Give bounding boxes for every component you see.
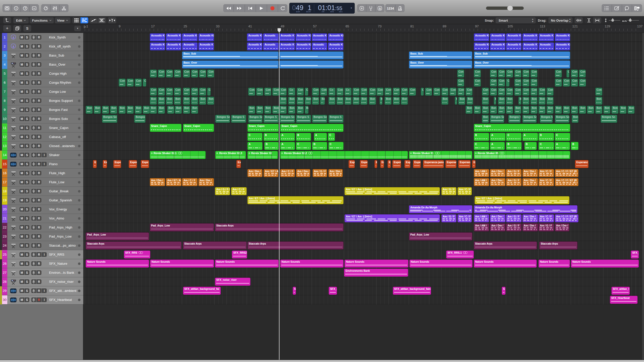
svg-text:1234: 1234 — [387, 7, 394, 10]
svg-text:S: S — [379, 7, 381, 10]
svg-text:?: ? — [24, 7, 26, 10]
svg-text:i: i — [16, 7, 16, 10]
